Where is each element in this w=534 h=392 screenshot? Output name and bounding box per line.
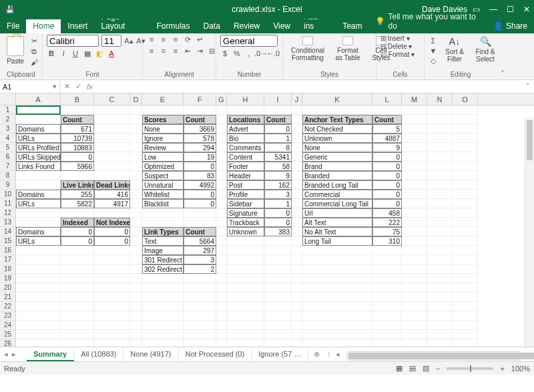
cell[interactable] bbox=[453, 227, 478, 236]
cell[interactable] bbox=[372, 106, 402, 115]
wrap-text-icon[interactable]: ↵ bbox=[195, 35, 204, 44]
cell[interactable] bbox=[94, 264, 130, 274]
cell[interactable] bbox=[61, 283, 94, 292]
cell[interactable] bbox=[227, 321, 264, 330]
cell[interactable] bbox=[264, 255, 292, 264]
cell[interactable] bbox=[142, 208, 184, 218]
cell[interactable] bbox=[453, 330, 478, 339]
row-header[interactable]: 1 bbox=[0, 106, 15, 115]
cell[interactable] bbox=[453, 274, 478, 283]
row-header[interactable]: 13 bbox=[0, 218, 15, 227]
cell[interactable]: Trackback bbox=[227, 218, 264, 227]
cell[interactable] bbox=[292, 311, 302, 321]
cell[interactable] bbox=[427, 236, 453, 246]
cell[interactable]: Signature bbox=[227, 208, 264, 218]
cell[interactable] bbox=[372, 302, 402, 311]
cell[interactable] bbox=[142, 283, 184, 292]
cell[interactable] bbox=[16, 292, 61, 302]
cell[interactable] bbox=[402, 190, 427, 199]
cell[interactable] bbox=[402, 218, 427, 227]
cell[interactable] bbox=[402, 143, 427, 152]
column-header[interactable]: J bbox=[292, 93, 302, 105]
cell[interactable] bbox=[216, 218, 227, 227]
cell[interactable] bbox=[453, 236, 478, 246]
cell[interactable] bbox=[402, 264, 427, 274]
cell[interactable]: Unknown bbox=[302, 134, 372, 143]
page-layout-view-icon[interactable]: ▤ bbox=[409, 364, 416, 373]
cell[interactable] bbox=[264, 246, 292, 255]
cell[interactable] bbox=[264, 339, 292, 347]
cell[interactable] bbox=[402, 227, 427, 236]
align-left-icon[interactable]: ≡ bbox=[147, 46, 156, 55]
cell[interactable] bbox=[142, 302, 184, 311]
cell[interactable] bbox=[16, 255, 61, 264]
cell[interactable] bbox=[292, 330, 302, 339]
cell[interactable] bbox=[264, 292, 292, 302]
cell[interactable] bbox=[302, 292, 372, 302]
cell[interactable] bbox=[130, 330, 142, 339]
cell[interactable]: 10883 bbox=[61, 143, 94, 152]
sheet-nav-next-icon[interactable]: ▸ bbox=[12, 350, 16, 359]
cell[interactable] bbox=[142, 106, 184, 115]
name-box[interactable]: A1 ▾ bbox=[0, 80, 60, 93]
qat-more-icon[interactable]: ▾ bbox=[49, 5, 59, 14]
cell[interactable] bbox=[402, 115, 427, 124]
cell[interactable] bbox=[130, 106, 142, 115]
cell[interactable] bbox=[61, 311, 94, 321]
cell[interactable] bbox=[292, 302, 302, 311]
expand-formula-bar-icon[interactable]: ˅ bbox=[526, 82, 530, 91]
cell[interactable]: 0 bbox=[184, 199, 216, 208]
cell[interactable] bbox=[372, 321, 402, 330]
tab-insert[interactable]: Insert bbox=[61, 19, 94, 33]
cell[interactable] bbox=[453, 106, 478, 115]
align-middle-icon[interactable]: ≡ bbox=[159, 35, 168, 44]
cell[interactable] bbox=[216, 208, 227, 218]
cell[interactable] bbox=[142, 339, 184, 347]
paste-button[interactable]: Paste bbox=[4, 35, 27, 66]
cell[interactable] bbox=[302, 106, 372, 115]
cell[interactable] bbox=[292, 227, 302, 236]
sheet-tab[interactable]: Ignore (57 … bbox=[252, 348, 308, 361]
cell[interactable]: 0 bbox=[61, 227, 94, 236]
cell[interactable]: 0 bbox=[372, 152, 402, 162]
column-header[interactable]: I bbox=[264, 93, 292, 105]
cell[interactable] bbox=[130, 264, 142, 274]
cell[interactable] bbox=[216, 134, 227, 143]
cell[interactable] bbox=[427, 339, 453, 347]
row-header[interactable]: 15 bbox=[0, 236, 15, 246]
cell[interactable]: 0 bbox=[372, 162, 402, 171]
cell[interactable] bbox=[16, 311, 61, 321]
cell[interactable] bbox=[453, 115, 478, 124]
cell[interactable] bbox=[130, 190, 142, 199]
cell[interactable]: Commercial bbox=[302, 190, 372, 199]
cell[interactable]: 301 Redirect bbox=[142, 255, 184, 264]
cell[interactable] bbox=[94, 106, 130, 115]
cell[interactable] bbox=[61, 321, 94, 330]
cell[interactable] bbox=[94, 339, 130, 347]
cell[interactable] bbox=[402, 208, 427, 218]
cell[interactable] bbox=[427, 274, 453, 283]
cell[interactable] bbox=[453, 208, 478, 218]
cell[interactable] bbox=[302, 264, 372, 274]
cell[interactable]: Count bbox=[264, 115, 292, 124]
cell[interactable] bbox=[264, 106, 292, 115]
cell[interactable] bbox=[16, 321, 61, 330]
cell[interactable] bbox=[130, 227, 142, 236]
cell[interactable] bbox=[227, 274, 264, 283]
conditional-formatting-button[interactable]: Conditional Formatting bbox=[287, 35, 328, 63]
cell[interactable] bbox=[427, 330, 453, 339]
cell[interactable]: Text bbox=[142, 236, 184, 246]
cell[interactable] bbox=[130, 339, 142, 347]
cell[interactable]: 75 bbox=[372, 227, 402, 236]
cell[interactable] bbox=[227, 302, 264, 311]
cell[interactable] bbox=[94, 246, 130, 255]
cell[interactable]: Ignore bbox=[142, 134, 184, 143]
cell[interactable]: 9 bbox=[372, 143, 402, 152]
cell[interactable] bbox=[427, 134, 453, 143]
cell[interactable] bbox=[227, 236, 264, 246]
cell[interactable] bbox=[372, 339, 402, 347]
copy-icon[interactable]: ⧉ bbox=[29, 47, 39, 56]
cell[interactable]: Content bbox=[227, 152, 264, 162]
cell[interactable] bbox=[402, 311, 427, 321]
cell[interactable] bbox=[372, 292, 402, 302]
